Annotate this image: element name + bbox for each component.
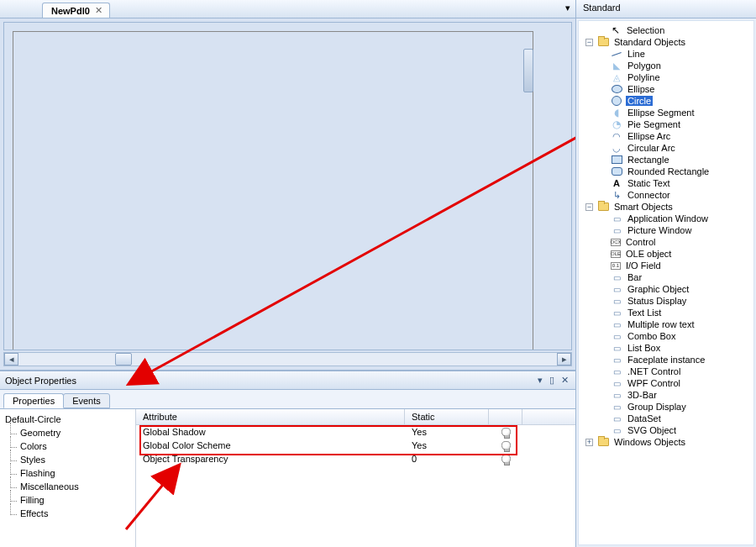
tree-item[interactable]: Ellipse Segment — [582, 107, 753, 118]
tree-item[interactable]: Circular Arc — [582, 142, 753, 154]
tree-item[interactable]: Multiple row text — [582, 318, 753, 330]
object-properties-panel: Object Properties ▾ ▯ ✕ Properties Event… — [0, 371, 575, 547]
scroll-thumb[interactable] — [115, 353, 132, 366]
tree-item[interactable]: Connector — [582, 189, 753, 201]
folder-icon — [598, 202, 609, 211]
multirow-icon — [611, 319, 622, 329]
tab-properties[interactable]: Properties — [3, 393, 64, 408]
tree-item[interactable]: OLEOLE object — [582, 248, 753, 260]
scroll-track[interactable] — [18, 353, 557, 366]
net-icon — [611, 366, 622, 376]
col-header-dynamic[interactable] — [489, 409, 522, 424]
col-header-static[interactable]: Static — [405, 409, 489, 424]
tree-item[interactable]: .NET Control — [582, 366, 753, 377]
tree-item[interactable]: OCXControl — [582, 236, 753, 248]
panel-dropdown-icon[interactable]: ▾ — [536, 375, 544, 386]
tree-item[interactable]: Line — [582, 48, 753, 60]
tree-item[interactable]: 0.1I/O Field — [582, 260, 753, 271]
tree-item[interactable]: Faceplate instance — [582, 354, 753, 366]
ocx-icon: OCX — [611, 239, 621, 246]
status-icon — [611, 296, 622, 306]
io-field-icon: 0.1 — [611, 262, 621, 270]
palette-tree[interactable]: Selection −Standard Objects Line Polygon… — [578, 20, 754, 545]
tree-item[interactable]: 3D-Bar — [582, 389, 753, 401]
faceplate-icon — [611, 355, 622, 365]
bar-icon — [611, 272, 622, 282]
tree-item[interactable]: Status Display — [582, 295, 753, 307]
tree-item[interactable]: Polygon — [582, 60, 753, 71]
tree-group-smart-objects[interactable]: −Smart Objects — [582, 201, 753, 213]
col-header-attribute[interactable]: Attribute — [136, 409, 405, 424]
3dbar-icon — [611, 390, 622, 400]
category-item[interactable]: Flashing — [5, 466, 130, 480]
tree-item[interactable]: Rectangle — [582, 154, 753, 166]
polygon-icon — [611, 60, 622, 71]
bulb-icon — [501, 428, 511, 437]
attribute-row[interactable]: Global Shadow Yes — [136, 425, 575, 439]
window-icon — [611, 225, 622, 235]
tree-item-circle[interactable]: Circle — [582, 95, 753, 107]
category-tree[interactable]: Default-Circle Geometry Colors Styles Fl… — [0, 409, 136, 547]
cursor-icon — [610, 25, 622, 35]
category-item[interactable]: Miscellaneous — [5, 480, 130, 493]
tree-item[interactable]: SVG Object — [582, 424, 753, 436]
tree-group-standard-objects[interactable]: −Standard Objects — [582, 36, 753, 48]
wpf-icon — [611, 378, 622, 388]
tree-item[interactable]: Ellipse — [582, 83, 753, 95]
tree-item[interactable]: Application Window — [582, 213, 753, 224]
tree-item[interactable]: Polyline — [582, 71, 753, 83]
tree-item[interactable]: Picture Window — [582, 224, 753, 236]
tree-item-selection[interactable]: Selection — [582, 24, 753, 36]
connector-icon — [611, 190, 622, 200]
category-root[interactable]: Default-Circle — [5, 413, 130, 426]
tree-item[interactable]: Text List — [582, 307, 753, 318]
collapse-icon[interactable]: − — [585, 39, 593, 46]
rectangle-icon — [611, 155, 622, 165]
collapse-icon[interactable]: − — [585, 203, 593, 211]
canvas-area: ◂ ▸ — [0, 18, 575, 371]
category-item[interactable]: Colors — [5, 439, 130, 453]
dot-grid — [13, 31, 533, 350]
category-item-effects[interactable]: Effects — [5, 507, 130, 520]
panel-pin-icon[interactable]: ▯ — [548, 375, 556, 386]
tree-item[interactable]: Combo Box — [582, 330, 753, 342]
tabbar-dropdown-icon[interactable]: ▾ — [565, 3, 570, 13]
category-item[interactable]: Styles — [5, 453, 130, 466]
tree-item[interactable]: List Box — [582, 342, 753, 354]
design-canvas[interactable] — [3, 22, 572, 350]
attribute-row[interactable]: Global Color Scheme Yes — [136, 439, 575, 452]
tree-item[interactable]: WPF Control — [582, 377, 753, 389]
category-item[interactable]: Filling — [5, 493, 130, 507]
bulb-icon — [501, 455, 511, 464]
tree-item[interactable]: DataSet — [582, 413, 753, 424]
tree-item[interactable]: Group Display — [582, 401, 753, 413]
rounded-rectangle-icon — [611, 166, 622, 176]
line-icon — [611, 49, 622, 59]
tree-item[interactable]: Rounded Rectangle — [582, 166, 753, 177]
window-icon — [611, 213, 622, 224]
tree-item[interactable]: Ellipse Arc — [582, 130, 753, 142]
tree-item[interactable]: Graphic Object — [582, 283, 753, 295]
ole-icon: OLE — [611, 250, 621, 258]
horizontal-scrollbar[interactable]: ◂ ▸ — [3, 352, 572, 366]
scroll-left-icon[interactable]: ◂ — [4, 353, 18, 366]
tree-item[interactable]: Pie Segment — [582, 118, 753, 130]
tree-item[interactable]: Bar — [582, 271, 753, 283]
document-tab[interactable]: NewPdl0 ✕ — [42, 3, 110, 18]
tree-item[interactable]: Static Text — [582, 177, 753, 189]
attribute-row[interactable]: Object Transparency 0 — [136, 452, 575, 465]
combo-icon — [611, 331, 622, 341]
panel-close-icon[interactable]: ✕ — [559, 375, 570, 386]
folder-icon — [598, 38, 609, 46]
listbox-icon — [611, 343, 622, 353]
panel-title: Object Properties — [5, 376, 76, 386]
circle-icon — [611, 96, 622, 106]
circular-arc-icon — [611, 143, 622, 153]
tree-group-windows-objects[interactable]: +Windows Objects — [582, 436, 753, 448]
tab-events[interactable]: Events — [63, 393, 110, 408]
expand-icon[interactable]: + — [585, 439, 593, 446]
category-item[interactable]: Geometry — [5, 426, 130, 439]
close-icon[interactable]: ✕ — [95, 5, 102, 16]
scroll-right-icon[interactable]: ▸ — [557, 353, 571, 366]
document-tab-label: NewPdl0 — [51, 6, 90, 16]
